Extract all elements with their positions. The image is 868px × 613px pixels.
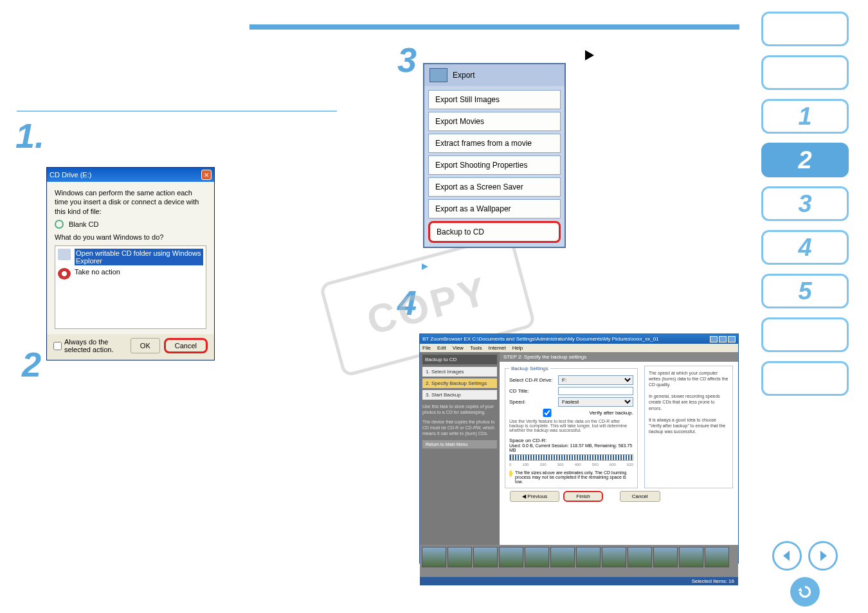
nav-box-blank-3[interactable] [761, 317, 849, 352]
action-take-no-action[interactable]: Take no action [58, 268, 203, 280]
drive-select[interactable]: F: [558, 375, 633, 385]
backup-to-cd[interactable]: Backup to CD [428, 221, 561, 243]
wizard-step-1[interactable]: 1. Select Images [422, 367, 497, 377]
previous-button[interactable]: ◀ Previous [510, 491, 559, 502]
menu-edit[interactable]: Edit [437, 345, 446, 351]
nav-box-blank-2[interactable] [761, 55, 849, 90]
tick-3: 300 [557, 463, 564, 466]
backup-settings-legend: Backup Settings [509, 366, 550, 371]
backup-settings-fieldset: Backup Settings Select CD-R Drive:F: CD … [505, 366, 638, 488]
heading-rule [249, 24, 739, 30]
always-checkbox[interactable] [53, 342, 62, 350]
wizard-step-2[interactable]: 2. Specify Backup Settings [422, 378, 497, 388]
export-options: Export Still Images Export Movies Extrac… [424, 86, 565, 247]
thumb[interactable] [705, 547, 729, 567]
side-info-panel: The speed at which your computer writes … [644, 366, 733, 488]
warn-text: The file sizes above are estimates only.… [515, 470, 633, 484]
menu-file[interactable]: File [422, 345, 431, 351]
nav-box-1[interactable]: 1 [761, 99, 849, 134]
export-movies[interactable]: Export Movies [428, 112, 561, 131]
status-bar: Selected Items: 16 [420, 577, 738, 585]
thumb[interactable] [653, 547, 678, 567]
export-wallpaper[interactable]: Export as a Wallpaper [428, 199, 561, 218]
step-number-1: 1 [15, 116, 44, 155]
action-take-no-action-label: Take no action [75, 268, 120, 276]
warning-icon [509, 470, 512, 477]
folder-icon [58, 249, 71, 260]
export-screensaver[interactable]: Export as a Screen Saver [428, 177, 561, 197]
wizard-cancel-button[interactable]: Cancel [620, 491, 660, 502]
thumb[interactable] [448, 547, 472, 567]
dialog-title-text: CD Drive (E:) [50, 171, 91, 179]
warn-row: The file sizes above are estimates only.… [509, 470, 633, 484]
close-icon[interactable]: ✕ [201, 170, 212, 180]
action-open-folder-label: Open writable CD folder using Windows Ex… [75, 249, 203, 265]
subheading-rule [17, 111, 337, 112]
wizard-left-desc1: Use this task to store copies of your ph… [422, 404, 497, 415]
menu-internet[interactable]: Internet [489, 345, 506, 351]
space-ticks: 0 100 200 300 400 500 600 620 [509, 463, 633, 466]
thumb[interactable] [499, 547, 523, 567]
next-page-button[interactable] [808, 541, 838, 571]
minimize-icon[interactable] [710, 336, 718, 342]
nav-box-5[interactable]: 5 [761, 274, 849, 308]
thumb[interactable] [602, 547, 626, 567]
wizard-step-3[interactable]: 3. Start Backup [422, 390, 497, 400]
blank-cd-label: Blank CD [69, 220, 98, 228]
prev-page-button[interactable] [772, 541, 802, 571]
cdtitle-label: CD Title: [509, 388, 554, 394]
wizard-titlebar: BT ZoomBrowser EX C:\Documents and Setti… [420, 334, 738, 344]
side-info-2: In general, slower recording speeds crea… [649, 393, 728, 411]
nav-box-blank-4[interactable] [761, 361, 849, 396]
no-action-icon [58, 268, 71, 280]
verify-desc: Use the Verify feature to test the data … [509, 419, 633, 432]
menu-view[interactable]: View [453, 345, 464, 351]
ok-button[interactable]: OK [131, 338, 160, 353]
return-button[interactable] [790, 577, 820, 607]
always-text: Always do the selected action. [64, 338, 127, 353]
cancel-button[interactable]: Cancel [164, 338, 208, 353]
speed-label: Speed: [509, 399, 554, 405]
cd-icon [55, 220, 64, 229]
thumbnail-strip[interactable] [420, 545, 738, 577]
thumb[interactable] [422, 547, 446, 567]
maximize-icon[interactable] [719, 336, 727, 342]
extract-frames[interactable]: Extract frames from a movie [428, 134, 561, 153]
nav-box-blank-1[interactable] [761, 12, 849, 46]
nav-box-3[interactable]: 3 [761, 186, 849, 221]
tick-6: 600 [610, 463, 616, 466]
verify-checkbox[interactable] [509, 409, 585, 417]
thumb[interactable] [679, 547, 703, 567]
backup-wizard-window: BT ZoomBrowser EX C:\Documents and Setti… [419, 333, 739, 564]
nav-box-4[interactable]: 4 [761, 230, 849, 265]
continuation-arrow-1 [422, 263, 428, 270]
wizard-title: BT ZoomBrowser EX C:\Documents and Setti… [422, 336, 659, 342]
thumb[interactable] [525, 547, 549, 567]
wizard-left-desc2: The device that copies the photos to CD … [422, 419, 497, 436]
menu-help[interactable]: Help [512, 345, 523, 351]
tick-7: 620 [627, 463, 633, 466]
menu-tools[interactable]: Tools [470, 345, 482, 351]
thumb[interactable] [576, 547, 601, 567]
previous-label: Previous [527, 493, 547, 499]
tick-0: 0 [509, 463, 511, 466]
wizard-right-panel: STEP 2: Specify the backup settings Back… [500, 352, 738, 545]
action-open-folder[interactable]: Open writable CD folder using Windows Ex… [58, 249, 203, 265]
export-still-images[interactable]: Export Still Images [428, 90, 561, 109]
speed-select[interactable]: Fastest [558, 397, 633, 407]
return-main-menu[interactable]: Return to Main Menu [422, 440, 497, 449]
cdtitle-input[interactable] [558, 387, 633, 395]
right-sidebar: 1 2 3 4 5 [761, 12, 849, 405]
thumb[interactable] [550, 547, 575, 567]
always-checkbox-label[interactable]: Always do the selected action. [53, 338, 127, 353]
thumb[interactable] [628, 547, 652, 567]
dialog-titlebar: CD Drive (E:) ✕ [47, 168, 214, 182]
nav-box-2[interactable]: 2 [761, 143, 849, 177]
export-shooting-properties[interactable]: Export Shooting Properties [428, 155, 561, 175]
thumb[interactable] [473, 547, 498, 567]
action-list[interactable]: Open writable CD folder using Windows Ex… [55, 245, 206, 329]
play-triangle-icon [585, 50, 594, 60]
side-info-1: The speed at which your computer writes … [649, 370, 728, 387]
close-icon[interactable] [728, 336, 736, 342]
finish-button[interactable]: Finish [563, 491, 602, 502]
